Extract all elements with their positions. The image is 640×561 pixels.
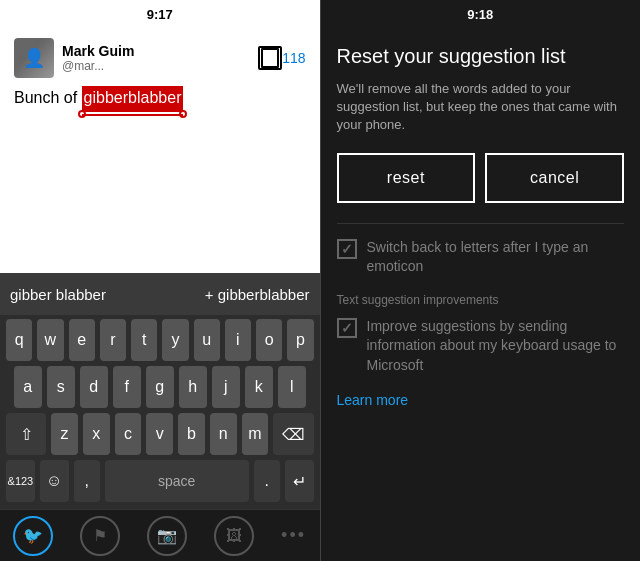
tweet-area: 👤 Mark Guim @mar... 118 Bunch of gibberb…	[0, 28, 320, 273]
key-u[interactable]: u	[194, 319, 220, 361]
key-row-2: a s d f g h j k l	[6, 366, 314, 408]
suggestion-add[interactable]: + gibberblabber	[205, 286, 310, 303]
key-a[interactable]: a	[14, 366, 42, 408]
tweet-header: 👤 Mark Guim @mar... 118	[14, 38, 306, 78]
key-z[interactable]: z	[51, 413, 78, 455]
key-q[interactable]: q	[6, 319, 32, 361]
key-g[interactable]: g	[146, 366, 174, 408]
dialog-buttons: reset cancel	[337, 153, 625, 203]
key-comma[interactable]: ,	[74, 460, 100, 502]
key-b[interactable]: b	[178, 413, 205, 455]
nav-bookmark-icon[interactable]: ⚑	[80, 516, 120, 556]
divider-line	[337, 223, 625, 224]
status-bar-right: 9:18	[321, 0, 641, 28]
status-bar-left: 9:17	[0, 0, 320, 28]
dialog-content: Reset your suggestion list We'll remove …	[321, 28, 641, 561]
nav-twitter-icon[interactable]: 🐦	[13, 516, 53, 556]
keyboard-area: gibber blabber + gibberblabber q w e r t…	[0, 273, 320, 509]
key-row-4: &123 ☺ , space . ↵	[6, 460, 314, 502]
key-p[interactable]: p	[287, 319, 313, 361]
user-handle: @mar...	[62, 59, 254, 73]
key-x[interactable]: x	[83, 413, 110, 455]
suggestions-bar: gibber blabber + gibberblabber	[0, 273, 320, 315]
user-name: Mark Guim	[62, 43, 254, 59]
key-s[interactable]: s	[47, 366, 75, 408]
key-row-3: ⇧ z x c v b n m ⌫	[6, 413, 314, 455]
nav-gallery-icon[interactable]: 🖼	[214, 516, 254, 556]
key-w[interactable]: w	[37, 319, 63, 361]
key-o[interactable]: o	[256, 319, 282, 361]
key-d[interactable]: d	[80, 366, 108, 408]
checkbox-item-1[interactable]: Switch back to letters after I type an e…	[337, 238, 625, 277]
checkbox-1-label: Switch back to letters after I type an e…	[367, 238, 625, 277]
key-e[interactable]: e	[69, 319, 95, 361]
tweet-prefix: Bunch of	[14, 89, 82, 106]
user-info: Mark Guim @mar...	[62, 43, 254, 73]
key-space[interactable]: space	[105, 460, 249, 502]
key-y[interactable]: y	[162, 319, 188, 361]
checkbox-2-label: Improve suggestions by sending informati…	[367, 317, 625, 376]
key-k[interactable]: k	[245, 366, 273, 408]
left-panel: 9:17 👤 Mark Guim @mar... 118 Bunch of gi…	[0, 0, 320, 561]
key-t[interactable]: t	[131, 319, 157, 361]
key-i[interactable]: i	[225, 319, 251, 361]
learn-more-link[interactable]: Learn more	[337, 392, 625, 408]
cancel-button[interactable]: cancel	[485, 153, 624, 203]
checkbox-2[interactable]	[337, 318, 357, 338]
key-m[interactable]: m	[242, 413, 269, 455]
misspelled-word[interactable]: gibberblabber	[82, 86, 184, 112]
selection-handle-left	[78, 110, 86, 118]
bottom-nav: 🐦 ⚑ 📷 🖼 •••	[0, 509, 320, 561]
key-c[interactable]: c	[115, 413, 142, 455]
suggestion-1[interactable]: gibber blabber	[10, 286, 197, 303]
key-emoji[interactable]: ☺	[40, 460, 69, 502]
key-n[interactable]: n	[210, 413, 237, 455]
key-f[interactable]: f	[113, 366, 141, 408]
dialog-description: We'll remove all the words added to your…	[337, 80, 625, 135]
right-panel: 9:18 Reset your suggestion list We'll re…	[321, 0, 641, 561]
reset-button[interactable]: reset	[337, 153, 476, 203]
key-enter[interactable]: ↵	[285, 460, 314, 502]
key-l[interactable]: l	[278, 366, 306, 408]
key-j[interactable]: j	[212, 366, 240, 408]
selection-handle-right	[179, 110, 187, 118]
avatar: 👤	[14, 38, 54, 78]
key-h[interactable]: h	[179, 366, 207, 408]
nav-more-icon[interactable]: •••	[281, 525, 306, 546]
keys-container: q w e r t y u i o p a s d f g h j k	[0, 315, 320, 509]
key-shift[interactable]: ⇧	[6, 413, 46, 455]
key-row-1: q w e r t y u i o p	[6, 319, 314, 361]
checkbox-1[interactable]	[337, 239, 357, 259]
key-period[interactable]: .	[254, 460, 280, 502]
checkbox-item-2[interactable]: Improve suggestions by sending informati…	[337, 317, 625, 376]
avatar-image: 👤	[14, 38, 54, 78]
key-v[interactable]: v	[146, 413, 173, 455]
tweet-text: Bunch of gibberblabber	[14, 86, 306, 112]
char-count: 118	[282, 50, 305, 66]
time-right: 9:18	[467, 7, 493, 22]
key-r[interactable]: r	[100, 319, 126, 361]
dialog-title: Reset your suggestion list	[337, 44, 625, 68]
copy-icon[interactable]	[258, 46, 282, 70]
section-label: Text suggestion improvements	[337, 293, 625, 307]
nav-camera-icon[interactable]: 📷	[147, 516, 187, 556]
key-backspace[interactable]: ⌫	[273, 413, 313, 455]
key-num[interactable]: &123	[6, 460, 35, 502]
time-left: 9:17	[147, 7, 173, 22]
